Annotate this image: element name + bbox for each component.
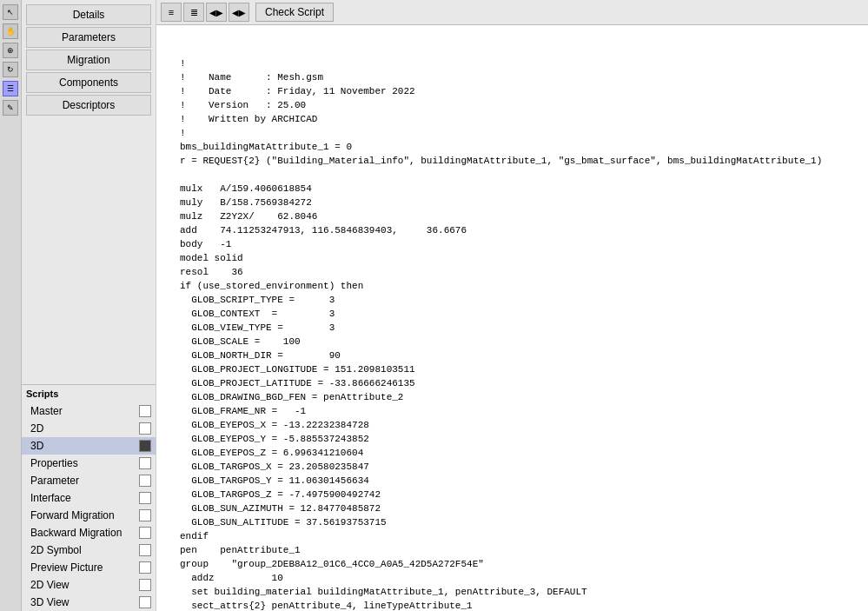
sidebar-item-2d-view[interactable]: 2D View <box>22 576 156 594</box>
code-line: sect_attrs{2} penAttribute_4, lineTypeAt… <box>165 600 859 611</box>
code-line: GLOB_VIEW_TYPE = 3 <box>165 322 859 335</box>
code-text: mulz Z2Y2X/ 62.8046 <box>180 210 317 224</box>
code-editor[interactable]: !! Name : Mesh.gsm! Date : Friday, 11 No… <box>156 25 868 611</box>
sidebar-item-properties[interactable]: Properties <box>22 455 156 472</box>
sidebar-item-master[interactable]: Master <box>22 402 156 420</box>
migration-button[interactable]: Migration <box>26 50 151 70</box>
script-2d-view-label: 2D View <box>30 579 69 591</box>
code-text: GLOB_SCALE = 100 <box>180 335 301 349</box>
code-text: endif <box>180 530 209 544</box>
details-button[interactable]: Details <box>26 4 151 25</box>
sidebar-item-interface[interactable]: Interface <box>22 489 156 507</box>
parameter-checkbox[interactable] <box>139 475 151 487</box>
toolbar-btn-2[interactable]: ≣ <box>183 3 204 22</box>
pointer-icon[interactable]: ↖ <box>3 4 18 20</box>
code-line: endif <box>165 530 859 544</box>
code-line: group "group_2DEB8A12_01C6_4CC0_A0A5_42D… <box>165 558 859 572</box>
code-text: ! Name : Mesh.gsm <box>180 71 323 85</box>
zoom-icon[interactable]: ⊕ <box>3 43 18 58</box>
script-interface-label: Interface <box>30 492 71 504</box>
code-line: GLOB_TARGPOS_X = 23.20580235847 <box>165 461 859 475</box>
script-2d-symbol-label: 2D Symbol <box>30 544 82 556</box>
code-line: GLOB_EYEPOS_Z = 6.996341210604 <box>165 447 859 461</box>
code-line: GLOB_PROJECT_LONGITUDE = 151.2098103511 <box>165 363 859 377</box>
code-line: ! Version : 25.00 <box>165 99 859 113</box>
code-line: ! <box>165 57 859 71</box>
script-preview-picture-label: Preview Picture <box>30 561 103 574</box>
master-checkbox[interactable] <box>139 405 151 417</box>
toolbar-btn-4[interactable]: ◀▶ <box>229 3 249 22</box>
script-forward-migration-label: Forward Migration <box>30 509 115 521</box>
code-line: GLOB_TARGPOS_Y = 11.06301456634 <box>165 475 859 488</box>
code-line: GLOB_NORTH_DIR = 90 <box>165 349 859 363</box>
3d-view-checkbox[interactable] <box>139 596 151 608</box>
code-text: bms_buildingMatAttribute_1 = 0 <box>180 141 352 155</box>
code-text: GLOB_FRAME_NR = -1 <box>180 405 306 419</box>
script-master-label: Master <box>30 405 63 417</box>
3d-checkbox[interactable] <box>139 440 151 452</box>
code-line: GLOB_SUN_ALTITUDE = 37.56193753715 <box>165 516 859 530</box>
script-3d-label: 3D <box>30 440 43 452</box>
code-text: GLOB_SUN_ALTITUDE = 37.56193753715 <box>180 516 387 530</box>
code-line <box>165 169 859 183</box>
rotate-icon[interactable]: ↻ <box>3 62 18 77</box>
code-line: ! Name : Mesh.gsm <box>165 71 859 85</box>
code-text: GLOB_VIEW_TYPE = 3 <box>180 322 335 335</box>
2d-checkbox[interactable] <box>139 422 151 435</box>
properties-checkbox[interactable] <box>139 457 151 469</box>
code-text: group "group_2DEB8A12_01C6_4CC0_A0A5_42D… <box>180 558 484 572</box>
code-line: bms_buildingMatAttribute_1 = 0 <box>165 141 859 155</box>
code-line: GLOB_TARGPOS_Z = -7.4975900492742 <box>165 488 859 502</box>
sidebar-item-preview-picture[interactable]: Preview Picture <box>22 559 156 576</box>
sidebar-item-forward-migration[interactable]: Forward Migration <box>22 507 156 524</box>
code-text: resol 36 <box>180 266 243 280</box>
interface-checkbox[interactable] <box>139 492 151 504</box>
script-parameter-label: Parameter <box>30 475 79 487</box>
2d-symbol-checkbox[interactable] <box>139 544 151 556</box>
backward-migration-checkbox[interactable] <box>139 527 151 539</box>
code-line: add 74.11253247913, 116.5846839403, 36.6… <box>165 224 859 238</box>
check-script-button[interactable]: Check Script <box>255 3 334 22</box>
2d-view-checkbox[interactable] <box>139 579 151 591</box>
code-line: ! Date : Friday, 11 November 2022 <box>165 85 859 99</box>
sidebar-item-2d-symbol[interactable]: 2D Symbol <box>22 541 156 559</box>
sidebar-item-2d[interactable]: 2D <box>22 420 156 437</box>
sidebar-item-3d-view[interactable]: 3D View <box>22 594 156 611</box>
left-sidebar: Details Parameters Migration Components … <box>22 0 156 611</box>
edit-icon[interactable]: ✎ <box>3 100 18 116</box>
code-text: ! Version : 25.00 <box>180 99 306 113</box>
preview-picture-checkbox[interactable] <box>139 561 151 574</box>
icon-bar: ↖ ✋ ⊕ ↻ ☰ ✎ <box>0 0 22 611</box>
code-text: GLOB_EYEPOS_X = -13.22232384728 <box>180 419 369 433</box>
code-line: GLOB_SUN_AZIMUTH = 12.84770485872 <box>165 502 859 516</box>
toolbar-btn-3[interactable]: ◀▶ <box>206 3 227 22</box>
code-line: body -1 <box>165 238 859 252</box>
code-text: ! Date : Friday, 11 November 2022 <box>180 85 415 99</box>
descriptors-button[interactable]: Descriptors <box>26 95 151 116</box>
parameters-button[interactable]: Parameters <box>26 27 151 48</box>
code-text: ! Written by ARCHICAD <box>180 113 317 127</box>
code-line: mulx A/159.4060618854 <box>165 183 859 196</box>
code-text: GLOB_PROJECT_LATITUDE = -33.86666246135 <box>180 377 415 391</box>
sidebar-item-3d[interactable]: 3D <box>22 437 156 455</box>
scripts-section: Scripts Master 2D 3D Properties Paramete… <box>22 384 156 611</box>
code-line: ! <box>165 127 859 141</box>
code-text: GLOB_NORTH_DIR = 90 <box>180 349 341 363</box>
sidebar-item-parameter[interactable]: Parameter <box>22 472 156 489</box>
code-text: muly B/158.7569384272 <box>180 196 312 210</box>
code-text: set building_material buildingMatAttribu… <box>180 586 587 600</box>
script-backward-migration-label: Backward Migration <box>30 527 122 539</box>
scripts-header: Scripts <box>22 385 156 402</box>
code-line: resol 36 <box>165 266 859 280</box>
sidebar-item-backward-migration[interactable]: Backward Migration <box>22 524 156 541</box>
toolbar-btn-1[interactable]: ≡ <box>161 3 182 22</box>
code-line: addz 10 <box>165 572 859 586</box>
hand-icon[interactable]: ✋ <box>3 23 18 39</box>
components-button[interactable]: Components <box>26 72 151 93</box>
forward-migration-checkbox[interactable] <box>139 509 151 521</box>
script-3d-view-label: 3D View <box>30 596 69 608</box>
list-icon[interactable]: ☰ <box>3 81 18 96</box>
code-line: GLOB_SCALE = 100 <box>165 335 859 349</box>
code-line: muly B/158.7569384272 <box>165 196 859 210</box>
code-text: GLOB_CONTEXT = 3 <box>180 308 335 322</box>
